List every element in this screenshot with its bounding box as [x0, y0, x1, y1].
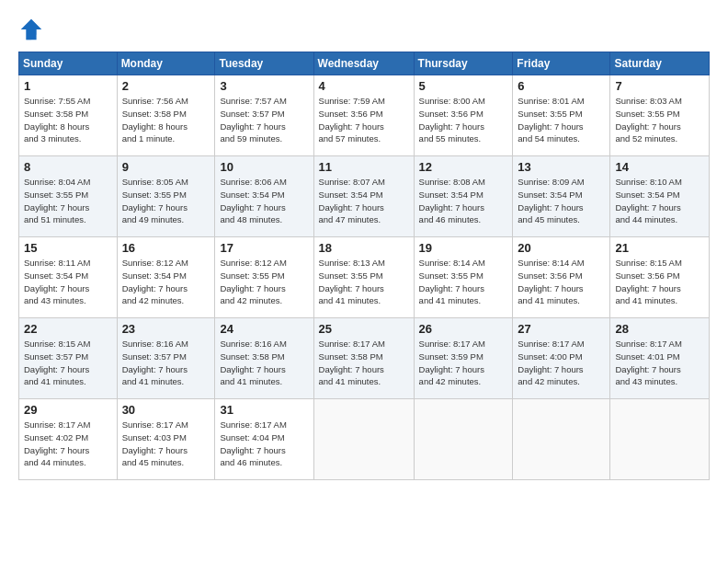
- column-header-sunday: Sunday: [19, 52, 118, 75]
- day-info: Sunrise: 7:55 AM Sunset: 3:58 PM Dayligh…: [24, 95, 112, 145]
- day-info: Sunrise: 8:17 AM Sunset: 4:02 PM Dayligh…: [24, 419, 112, 469]
- day-info: Sunrise: 8:15 AM Sunset: 3:56 PM Dayligh…: [615, 257, 704, 307]
- calendar-cell: 21Sunrise: 8:15 AM Sunset: 3:56 PM Dayli…: [610, 237, 710, 318]
- day-number: 13: [518, 160, 605, 174]
- day-info: Sunrise: 8:16 AM Sunset: 3:57 PM Dayligh…: [122, 338, 210, 388]
- calendar-cell: 6Sunrise: 8:01 AM Sunset: 3:55 PM Daylig…: [513, 75, 610, 156]
- day-info: Sunrise: 8:00 AM Sunset: 3:56 PM Dayligh…: [419, 95, 508, 145]
- day-number: 3: [220, 79, 308, 93]
- calendar-cell: 19Sunrise: 8:14 AM Sunset: 3:55 PM Dayli…: [414, 237, 513, 318]
- day-number: 4: [319, 79, 409, 93]
- day-number: 28: [615, 322, 704, 336]
- column-header-wednesday: Wednesday: [313, 52, 414, 75]
- calendar-cell: 9Sunrise: 8:05 AM Sunset: 3:55 PM Daylig…: [117, 156, 215, 237]
- day-info: Sunrise: 8:04 AM Sunset: 3:55 PM Dayligh…: [24, 176, 112, 226]
- day-info: Sunrise: 8:08 AM Sunset: 3:54 PM Dayligh…: [419, 176, 508, 226]
- calendar-cell: 7Sunrise: 8:03 AM Sunset: 3:55 PM Daylig…: [610, 75, 710, 156]
- day-number: 27: [518, 322, 605, 336]
- day-number: 6: [518, 79, 605, 93]
- calendar-cell: 18Sunrise: 8:13 AM Sunset: 3:55 PM Dayli…: [313, 237, 414, 318]
- column-header-saturday: Saturday: [610, 52, 710, 75]
- day-info: Sunrise: 8:03 AM Sunset: 3:55 PM Dayligh…: [615, 95, 704, 145]
- calendar-cell: 3Sunrise: 7:57 AM Sunset: 3:57 PM Daylig…: [215, 75, 313, 156]
- day-info: Sunrise: 8:06 AM Sunset: 3:54 PM Dayligh…: [220, 176, 308, 226]
- day-number: 19: [419, 241, 508, 255]
- calendar-week-5: 29Sunrise: 8:17 AM Sunset: 4:02 PM Dayli…: [19, 399, 710, 480]
- calendar-cell: [313, 399, 414, 480]
- day-info: Sunrise: 8:01 AM Sunset: 3:55 PM Dayligh…: [518, 95, 605, 145]
- logo-icon: [18, 17, 44, 42]
- column-header-thursday: Thursday: [414, 52, 513, 75]
- column-header-tuesday: Tuesday: [215, 52, 313, 75]
- day-number: 15: [24, 241, 112, 255]
- day-number: 2: [122, 79, 210, 93]
- day-number: 11: [319, 160, 409, 174]
- calendar-cell: 12Sunrise: 8:08 AM Sunset: 3:54 PM Dayli…: [414, 156, 513, 237]
- calendar-cell: 17Sunrise: 8:12 AM Sunset: 3:55 PM Dayli…: [215, 237, 313, 318]
- calendar-cell: 28Sunrise: 8:17 AM Sunset: 4:01 PM Dayli…: [610, 318, 710, 399]
- calendar-cell: 1Sunrise: 7:55 AM Sunset: 3:58 PM Daylig…: [19, 75, 118, 156]
- day-info: Sunrise: 8:17 AM Sunset: 4:00 PM Dayligh…: [518, 338, 605, 388]
- day-number: 21: [615, 241, 704, 255]
- calendar-week-2: 8Sunrise: 8:04 AM Sunset: 3:55 PM Daylig…: [19, 156, 710, 237]
- calendar-header-row: SundayMondayTuesdayWednesdayThursdayFrid…: [19, 52, 710, 75]
- day-info: Sunrise: 8:12 AM Sunset: 3:55 PM Dayligh…: [220, 257, 308, 307]
- day-number: 12: [419, 160, 508, 174]
- day-number: 7: [615, 79, 704, 93]
- calendar-cell: 4Sunrise: 7:59 AM Sunset: 3:56 PM Daylig…: [313, 75, 414, 156]
- day-info: Sunrise: 8:09 AM Sunset: 3:54 PM Dayligh…: [518, 176, 605, 226]
- day-number: 5: [419, 79, 508, 93]
- day-info: Sunrise: 8:12 AM Sunset: 3:54 PM Dayligh…: [122, 257, 210, 307]
- calendar-cell: [513, 399, 610, 480]
- calendar-cell: 23Sunrise: 8:16 AM Sunset: 3:57 PM Dayli…: [117, 318, 215, 399]
- calendar-cell: 29Sunrise: 8:17 AM Sunset: 4:02 PM Dayli…: [19, 399, 118, 480]
- column-header-friday: Friday: [513, 52, 610, 75]
- calendar-cell: 20Sunrise: 8:14 AM Sunset: 3:56 PM Dayli…: [513, 237, 610, 318]
- day-number: 24: [220, 322, 308, 336]
- day-number: 30: [122, 403, 210, 417]
- header: [18, 17, 710, 42]
- day-number: 18: [319, 241, 409, 255]
- calendar-cell: 24Sunrise: 8:16 AM Sunset: 3:58 PM Dayli…: [215, 318, 313, 399]
- calendar-cell: [414, 399, 513, 480]
- calendar-cell: [610, 399, 710, 480]
- day-info: Sunrise: 7:56 AM Sunset: 3:58 PM Dayligh…: [122, 95, 210, 145]
- calendar-week-3: 15Sunrise: 8:11 AM Sunset: 3:54 PM Dayli…: [19, 237, 710, 318]
- day-number: 1: [24, 79, 112, 93]
- calendar-cell: 10Sunrise: 8:06 AM Sunset: 3:54 PM Dayli…: [215, 156, 313, 237]
- column-header-monday: Monday: [117, 52, 215, 75]
- day-number: 8: [24, 160, 112, 174]
- day-info: Sunrise: 8:17 AM Sunset: 3:59 PM Dayligh…: [419, 338, 508, 388]
- day-info: Sunrise: 8:17 AM Sunset: 4:04 PM Dayligh…: [220, 419, 308, 469]
- calendar-cell: 16Sunrise: 8:12 AM Sunset: 3:54 PM Dayli…: [117, 237, 215, 318]
- logo: [18, 17, 50, 42]
- day-info: Sunrise: 7:59 AM Sunset: 3:56 PM Dayligh…: [319, 95, 409, 145]
- day-number: 9: [122, 160, 210, 174]
- day-number: 10: [220, 160, 308, 174]
- calendar-week-4: 22Sunrise: 8:15 AM Sunset: 3:57 PM Dayli…: [19, 318, 710, 399]
- calendar-cell: 5Sunrise: 8:00 AM Sunset: 3:56 PM Daylig…: [414, 75, 513, 156]
- calendar-cell: 26Sunrise: 8:17 AM Sunset: 3:59 PM Dayli…: [414, 318, 513, 399]
- calendar-cell: 15Sunrise: 8:11 AM Sunset: 3:54 PM Dayli…: [19, 237, 118, 318]
- day-info: Sunrise: 8:05 AM Sunset: 3:55 PM Dayligh…: [122, 176, 210, 226]
- day-info: Sunrise: 8:14 AM Sunset: 3:55 PM Dayligh…: [419, 257, 508, 307]
- page: SundayMondayTuesdayWednesdayThursdayFrid…: [0, 0, 728, 563]
- day-info: Sunrise: 8:15 AM Sunset: 3:57 PM Dayligh…: [24, 338, 112, 388]
- day-number: 14: [615, 160, 704, 174]
- calendar-cell: 22Sunrise: 8:15 AM Sunset: 3:57 PM Dayli…: [19, 318, 118, 399]
- calendar-cell: 8Sunrise: 8:04 AM Sunset: 3:55 PM Daylig…: [19, 156, 118, 237]
- calendar-cell: 30Sunrise: 8:17 AM Sunset: 4:03 PM Dayli…: [117, 399, 215, 480]
- day-number: 23: [122, 322, 210, 336]
- day-info: Sunrise: 7:57 AM Sunset: 3:57 PM Dayligh…: [220, 95, 308, 145]
- svg-marker-1: [21, 19, 41, 40]
- day-info: Sunrise: 8:17 AM Sunset: 4:01 PM Dayligh…: [615, 338, 704, 388]
- day-number: 25: [319, 322, 409, 336]
- calendar-cell: 14Sunrise: 8:10 AM Sunset: 3:54 PM Dayli…: [610, 156, 710, 237]
- calendar-cell: 25Sunrise: 8:17 AM Sunset: 3:58 PM Dayli…: [313, 318, 414, 399]
- calendar-cell: 2Sunrise: 7:56 AM Sunset: 3:58 PM Daylig…: [117, 75, 215, 156]
- day-info: Sunrise: 8:10 AM Sunset: 3:54 PM Dayligh…: [615, 176, 704, 226]
- calendar-cell: 11Sunrise: 8:07 AM Sunset: 3:54 PM Dayli…: [313, 156, 414, 237]
- day-info: Sunrise: 8:07 AM Sunset: 3:54 PM Dayligh…: [319, 176, 409, 226]
- day-info: Sunrise: 8:11 AM Sunset: 3:54 PM Dayligh…: [24, 257, 112, 307]
- day-number: 20: [518, 241, 605, 255]
